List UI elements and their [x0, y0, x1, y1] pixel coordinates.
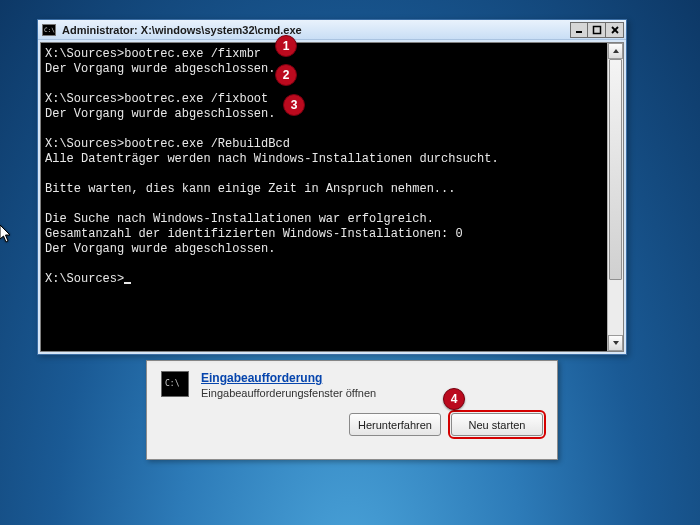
- svg-marker-5: [613, 341, 619, 345]
- cmd-output[interactable]: X:\Sources>bootrec.exe /fixmbr Der Vorga…: [41, 43, 607, 351]
- mouse-cursor-icon: [0, 225, 12, 243]
- cursor-caret: [124, 282, 131, 284]
- step-badge-2: 2: [275, 64, 297, 86]
- cmd-prompt-icon: C:\: [161, 371, 189, 397]
- step-badge-1: 1: [275, 35, 297, 57]
- step-badge-4: 4: [443, 388, 465, 410]
- cmd-scrollbar[interactable]: [607, 43, 623, 351]
- cmd-title: Administrator: X:\windows\system32\cmd.e…: [62, 24, 564, 36]
- recovery-panel: C:\ Eingabeaufforderung Eingabeaufforder…: [146, 360, 558, 460]
- command-prompt-link[interactable]: Eingabeaufforderung: [201, 371, 376, 385]
- close-button[interactable]: [606, 22, 624, 38]
- command-prompt-desc: Eingabeaufforderungsfenster öffnen: [201, 387, 376, 399]
- cmd-titlebar[interactable]: C:\ Administrator: X:\windows\system32\c…: [38, 20, 626, 40]
- cmd-titlebar-icon: C:\: [42, 24, 56, 36]
- scroll-up-button[interactable]: [608, 43, 623, 59]
- scroll-thumb[interactable]: [609, 59, 622, 280]
- minimize-button[interactable]: [570, 22, 588, 38]
- svg-marker-4: [613, 49, 619, 53]
- scroll-down-button[interactable]: [608, 335, 623, 351]
- cmd-window: C:\ Administrator: X:\windows\system32\c…: [37, 19, 627, 355]
- svg-rect-1: [593, 26, 600, 33]
- step-badge-3: 3: [283, 94, 305, 116]
- restart-button[interactable]: Neu starten: [451, 413, 543, 436]
- shutdown-button[interactable]: Herunterfahren: [349, 413, 441, 436]
- maximize-button[interactable]: [588, 22, 606, 38]
- scroll-track[interactable]: [608, 59, 623, 335]
